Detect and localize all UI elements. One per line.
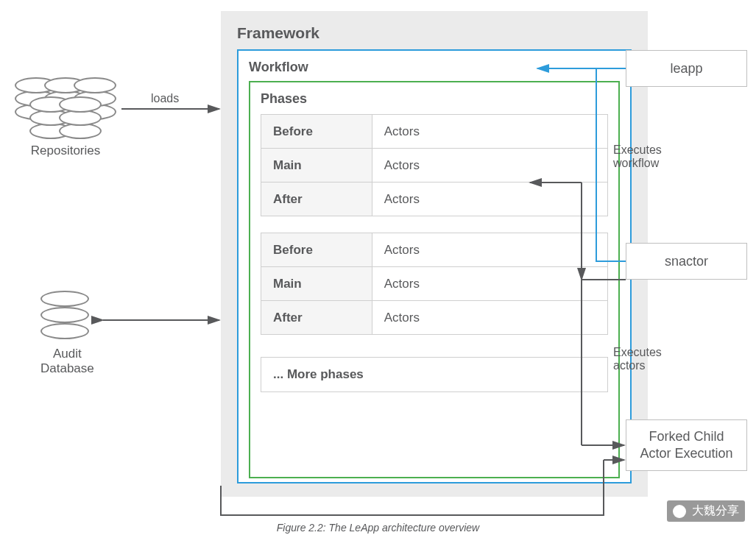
snactor-box: snactor — [626, 243, 747, 280]
audit-label: Audit Database — [40, 347, 94, 376]
database-icon — [59, 96, 102, 141]
phase-group-1: BeforeActors MainActors AfterActors — [261, 114, 608, 216]
repositories-label: Repositories — [15, 144, 116, 158]
phase-row: MainActors — [261, 149, 608, 183]
more-phases: ... More phases — [261, 357, 608, 392]
executes-actors-label: Executes actors — [613, 346, 662, 372]
framework-title: Framework — [237, 24, 632, 42]
phase-row: AfterActors — [261, 183, 608, 216]
framework-box: Framework Workflow Phases BeforeActors M… — [221, 11, 648, 497]
leapp-box: leapp — [626, 50, 747, 87]
phase-row: AfterActors — [261, 301, 608, 335]
workflow-title: Workflow — [249, 60, 620, 75]
workflow-box: Workflow Phases BeforeActors MainActors … — [237, 49, 632, 483]
phase-group-2: BeforeActors MainActors AfterActors — [261, 233, 608, 335]
database-icon — [40, 291, 89, 344]
chat-icon — [673, 505, 686, 518]
phases-title: Phases — [261, 91, 608, 107]
figure-caption: Figure 2.2: The LeApp architecture overv… — [0, 522, 756, 534]
phase-row: MainActors — [261, 267, 608, 301]
forked-child-box: Forked Child Actor Execution — [626, 419, 747, 471]
watermark: 大魏分享 — [667, 500, 745, 522]
audit-database: Audit Database — [40, 291, 94, 376]
repositories-cluster: Repositories — [15, 77, 116, 158]
phase-row: BeforeActors — [261, 115, 608, 149]
phases-box: Phases BeforeActors MainActors AfterActo… — [249, 81, 620, 478]
loads-label: loads — [151, 92, 179, 105]
phase-row: BeforeActors — [261, 233, 608, 267]
executes-workflow-label: Executes workflow — [613, 144, 662, 170]
